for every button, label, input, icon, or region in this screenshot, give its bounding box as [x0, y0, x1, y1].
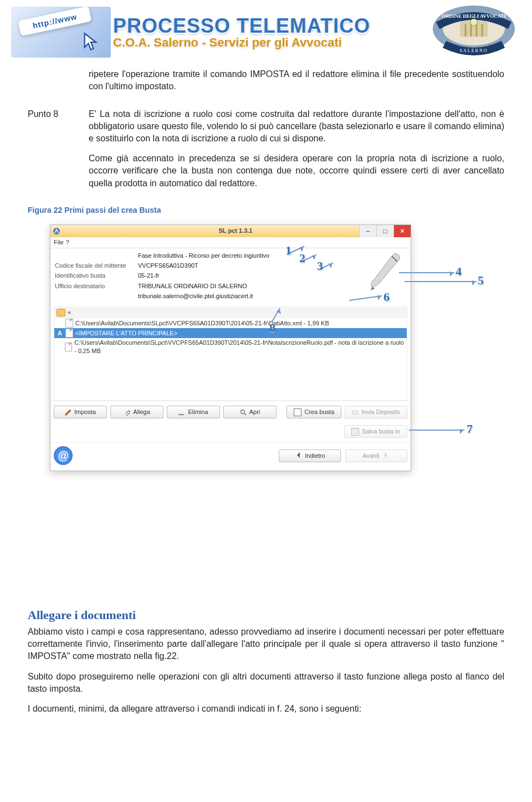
app-window: SL pct 1.3.1 – □ × File ? Fase Introdutt… — [50, 224, 411, 471]
intro-paragraph: ripetere l'operazione tramite il comando… — [89, 68, 504, 93]
list-item-text: <IMPOSTARE L'ATTO PRINCIPALE> — [75, 329, 177, 338]
at-icon: @ — [54, 446, 73, 465]
menu-file[interactable]: File — [54, 238, 64, 247]
svg-point-5 — [470, 19, 477, 25]
list-item-text: C:\Users\Avilab\Documents\SLpct\VVCPFS65… — [74, 339, 405, 355]
info-email: tribunale.salerno@civile.ptel.giustiziac… — [138, 292, 253, 300]
punto-label: Punto 8 — [28, 108, 89, 197]
annot-2: 2 — [299, 250, 305, 267]
list-item-letter: A — [57, 329, 63, 338]
punto-paragraph-1: E' La nota di iscrizione a ruolo cosi co… — [89, 108, 504, 145]
close-button[interactable]: × — [393, 225, 411, 237]
allega-button[interactable]: Allega — [110, 406, 163, 418]
folder-icon — [57, 309, 65, 316]
info-ufficio-value: TRIBUNALE ORDINARIO DI SALERNO — [138, 282, 247, 290]
title-bar[interactable]: SL pct 1.3.1 – □ × — [50, 225, 411, 237]
svg-line-8 — [244, 413, 246, 415]
figure-caption: Figura 22 Primi passi del crea Busta — [28, 205, 504, 216]
list-item-text: C:\Users\Avilab\Documents\SLpct\VVCPFS65… — [75, 319, 329, 328]
header-titles: PROCESSO TELEMATICO C.O.A. Salerno - Ser… — [113, 14, 410, 50]
header-logo: http://www — [11, 7, 111, 58]
annot-8: 8 — [269, 320, 275, 336]
header-crest: ORDINE DEGLI AVVOCATI SALERNO — [410, 4, 521, 60]
section-heading: Allegare i documenti — [28, 607, 504, 624]
section-p3: I documenti, minimi, da allegare attrave… — [28, 703, 504, 715]
list-item[interactable]: C:\Users\Avilab\Documents\SLpct\VVCPFS65… — [54, 338, 407, 356]
svg-text:ORDINE DEGLI AVVOCATI: ORDINE DEGLI AVVOCATI — [442, 13, 507, 19]
toolbar: Imposta Allega Elimina Apri Crea busta I… — [50, 401, 411, 423]
avanti-button[interactable]: Avanti — [345, 449, 407, 462]
menu-bar: File ? — [50, 237, 411, 248]
info-fase: Fase Introduttiva - Ricorso per decreto … — [138, 252, 269, 260]
list-item[interactable]: C:\Users\Avilab\Documents\SLpct\VVCPFS65… — [54, 318, 407, 328]
annot-7: 7 — [467, 421, 473, 437]
invia-deposito-button[interactable]: Invia Deposito — [345, 406, 407, 418]
window-title: SL pct 1.3.1 — [63, 227, 408, 235]
info-panel: Fase Introduttiva - Ricorso per decreto … — [50, 248, 411, 303]
pdf-file-icon — [65, 343, 72, 351]
app-icon — [53, 227, 60, 235]
salva-busta-button[interactable]: Salva busta in — [344, 425, 407, 438]
pen-icon — [367, 251, 402, 294]
cursor-icon — [83, 32, 99, 51]
menu-help[interactable]: ? — [66, 238, 69, 247]
maximize-button[interactable]: □ — [376, 225, 393, 237]
screenshot-figure: SL pct 1.3.1 – □ × File ? Fase Introdutt… — [50, 224, 493, 485]
section-p2: Subito dopo proseguiremo nelle operazion… — [28, 671, 504, 695]
section-p1: Abbiamo visto i campi e cosa rappresenta… — [28, 626, 504, 662]
header-title: PROCESSO TELEMATICO — [113, 14, 410, 38]
placeholder-file-icon — [65, 329, 73, 338]
file-list: « C:\Users\Avilab\Documents\SLpct\VVCPFS… — [54, 307, 407, 401]
svg-point-7 — [241, 410, 244, 413]
crea-busta-button[interactable]: Crea busta — [287, 406, 341, 418]
annot-1: 1 — [285, 242, 291, 259]
annot-6: 6 — [383, 289, 390, 305]
xml-file-icon — [65, 319, 73, 328]
annot-3: 3 — [317, 258, 323, 274]
info-ufficio-label: Ufficio destinatario — [55, 282, 138, 290]
svg-text:SALERNO: SALERNO — [460, 48, 488, 53]
indietro-button[interactable]: Indietro — [279, 449, 341, 462]
annot-4: 4 — [456, 263, 462, 280]
elimina-button[interactable]: Elimina — [167, 406, 220, 418]
annot-5: 5 — [478, 272, 484, 289]
breadcrumb-back[interactable]: « — [68, 308, 71, 316]
imposta-button[interactable]: Imposta — [54, 406, 107, 418]
minimize-button[interactable]: – — [359, 225, 376, 237]
list-item-selected[interactable]: A <IMPOSTARE L'ATTO PRINCIPALE> — [54, 328, 407, 338]
page-header: http://www PROCESSO TELEMATICO C.O.A. Sa… — [0, 0, 532, 63]
punto-paragraph-2: Come già accennato in precedenza se si d… — [89, 152, 504, 189]
svg-rect-9 — [352, 411, 358, 415]
logo-url-text: http://www — [18, 7, 92, 36]
apri-button[interactable]: Apri — [223, 406, 277, 418]
info-id-value: 05-21-fr — [138, 272, 160, 280]
info-cf-label: Codice fiscale del mittente — [55, 262, 138, 270]
info-id-label: Identificativo busta — [55, 272, 138, 280]
info-cf-value: VVCPFS65A01D390T — [138, 262, 198, 270]
